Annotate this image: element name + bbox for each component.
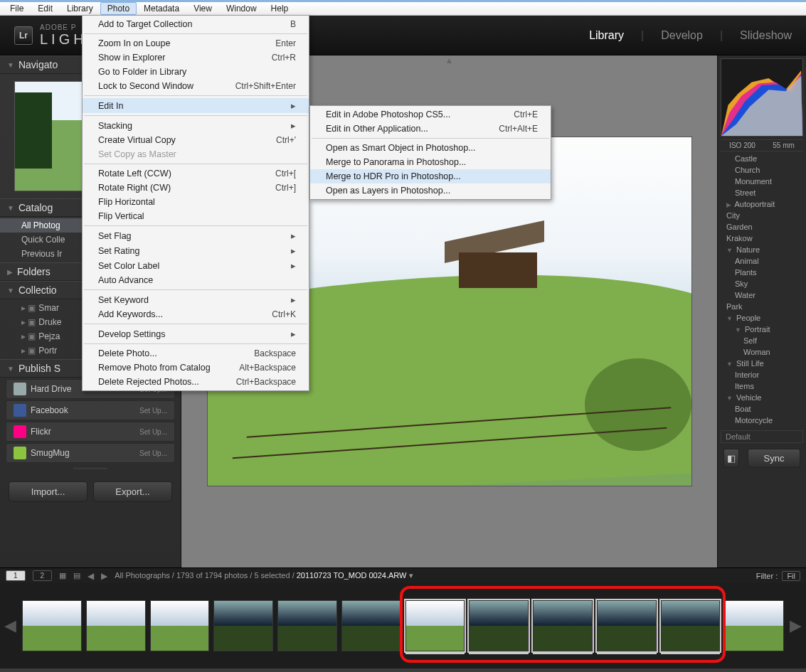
keyword-sky[interactable]: Sky (719, 278, 805, 289)
sync-toggle[interactable]: ◧ (723, 449, 739, 468)
view-segment-1[interactable]: 1 (6, 570, 26, 581)
thumbnail[interactable] (22, 600, 82, 651)
menu-item[interactable]: Add Keywords...Ctrl+K (83, 307, 309, 321)
keyword-monument[interactable]: Monument (719, 176, 805, 187)
keyword-still life[interactable]: ▼ Still Life (719, 358, 805, 369)
menu-item[interactable]: Set Flag▸ (83, 228, 309, 243)
thumbnail[interactable] (724, 600, 784, 651)
menu-item[interactable]: Develop Settings▸ (83, 326, 309, 341)
keyword-autoportrait[interactable]: ▶ Autoportrait (719, 198, 805, 210)
photo-menu[interactable]: Add to Target CollectionBZoom In on Loup… (82, 15, 309, 391)
thumbnail[interactable] (341, 600, 401, 651)
menu-library[interactable]: Library (60, 2, 100, 15)
menu-item[interactable]: Zoom In on LoupeEnter (83, 36, 309, 50)
thumbnail[interactable] (469, 600, 529, 651)
menu-window[interactable]: Window (219, 2, 264, 15)
filmstrip-left[interactable]: ◀ (3, 617, 18, 635)
exif-row: ISO 20055 mm (721, 139, 803, 151)
publish-flickr[interactable]: FlickrSet Up... (6, 422, 175, 442)
menu-item[interactable]: Auto Advance (83, 273, 309, 287)
menu-photo[interactable]: Photo (100, 2, 137, 15)
menu-item[interactable]: Flip Horizontal (83, 195, 309, 209)
menu-item: Set Copy as Master (83, 147, 309, 161)
menu-metadata[interactable]: Metadata (137, 2, 186, 15)
menu-item[interactable]: Edit in Other Application...Ctrl+Alt+E (310, 122, 551, 136)
keyword-boat[interactable]: Boat (719, 403, 805, 415)
import-button[interactable]: Import... (9, 481, 88, 502)
menu-item[interactable]: Merge to Panorama in Photoshop... (310, 155, 551, 169)
export-button[interactable]: Export... (93, 481, 172, 502)
filmstrip[interactable]: ◀ ▶ (0, 583, 806, 668)
publish-smugmug[interactable]: SmugMugSet Up... (6, 443, 175, 463)
menu-view[interactable]: View (186, 2, 219, 15)
keyword-portrait[interactable]: ▼ Portrait (719, 324, 805, 335)
menu-edit[interactable]: Edit (31, 2, 60, 15)
menu-item[interactable]: Stacking▸ (83, 118, 309, 133)
module-develop[interactable]: Develop (661, 29, 703, 42)
menu-item[interactable]: Open as Layers in Photoshop... (310, 183, 551, 198)
menu-item[interactable]: Rotate Left (CCW)Ctrl+[ (83, 166, 309, 181)
menu-item[interactable]: Show in ExplorerCtrl+R (83, 50, 309, 65)
nav-back[interactable]: ◀ (88, 571, 94, 581)
keyword-nature[interactable]: ▼ Nature (719, 244, 805, 255)
nav-fwd[interactable]: ▶ (101, 571, 107, 581)
grid2-icon[interactable]: ▤ (73, 571, 80, 580)
sync-button[interactable]: Sync (748, 449, 800, 468)
menu-item[interactable]: Go to Folder in Library (83, 65, 309, 79)
keyword-animal[interactable]: Animal (719, 255, 805, 267)
grid-icon[interactable]: ▦ (59, 571, 66, 580)
menu-item[interactable]: Lock to Second WindowCtrl+Shift+Enter (83, 79, 309, 93)
keyword-plants[interactable]: Plants (719, 267, 805, 278)
thumbnail[interactable] (277, 600, 337, 651)
filmstrip-right[interactable]: ▶ (788, 617, 803, 635)
thumbnail[interactable] (661, 600, 721, 651)
thumbnail[interactable] (405, 600, 465, 651)
module-slideshow[interactable]: Slideshow (740, 29, 792, 42)
filter-label[interactable]: Filter : Fil (756, 572, 800, 580)
keyword-city[interactable]: City (719, 210, 805, 221)
breadcrumb[interactable]: All Photographs / 1793 of 1794 photos / … (115, 571, 413, 580)
menu-item[interactable]: Add to Target CollectionB (83, 17, 309, 31)
right-panel: ISO 20055 mm CastleChurchMonumentStreet▶… (717, 55, 806, 567)
thumbnail[interactable] (86, 600, 146, 651)
keyword-woman[interactable]: Woman (719, 346, 805, 358)
menu-item[interactable]: Set Keyword▸ (83, 292, 309, 307)
thumbnail[interactable] (533, 600, 593, 651)
menu-item[interactable]: Open as Smart Object in Photoshop... (310, 141, 551, 155)
menu-item[interactable]: Create Virtual CopyCtrl+' (83, 133, 309, 147)
menu-item[interactable]: Set Color Label▸ (83, 258, 309, 273)
menu-help[interactable]: Help (264, 2, 296, 15)
keyword-vehicle[interactable]: ▼ Vehicle (719, 392, 805, 403)
menu-item[interactable]: Flip Vertical (83, 209, 309, 223)
keyword-krakow[interactable]: Krakow (719, 233, 805, 244)
menu-item[interactable]: Rotate Right (CW)Ctrl+] (83, 181, 309, 195)
keyword-church[interactable]: Church (719, 164, 805, 176)
keyword-garden[interactable]: Garden (719, 221, 805, 233)
keyword-interior[interactable]: Interior (719, 369, 805, 380)
keyword-people[interactable]: ▼ People (719, 312, 805, 324)
thumbnail[interactable] (213, 600, 273, 651)
view-segment-2[interactable]: 2 (33, 570, 53, 581)
keyword-items[interactable]: Items (719, 380, 805, 392)
histogram (721, 58, 803, 137)
menu-item[interactable]: Set Rating▸ (83, 243, 309, 258)
keyword-motorcycle[interactable]: Motorcycle (719, 415, 805, 426)
thumbnail[interactable] (150, 600, 210, 651)
editin-submenu[interactable]: Edit in Adobe Photoshop CS5...Ctrl+EEdit… (309, 105, 551, 200)
menu-item[interactable]: Delete Rejected Photos...Ctrl+Backspace (83, 375, 309, 389)
menu-item[interactable]: Remove Photo from CatalogAlt+Backspace (83, 361, 309, 375)
keyword-park[interactable]: Park (719, 301, 805, 312)
metadata-preset[interactable]: Default (721, 430, 803, 443)
menu-item[interactable]: Merge to HDR Pro in Photoshop... (310, 169, 551, 183)
publish-facebook[interactable]: FacebookSet Up... (6, 400, 175, 420)
keyword-street[interactable]: Street (719, 187, 805, 198)
keyword-self[interactable]: Self (719, 335, 805, 346)
menu-item[interactable]: Edit In▸ (83, 98, 309, 113)
keyword-castle[interactable]: Castle (719, 153, 805, 164)
menu-item[interactable]: Delete Photo...Backspace (83, 346, 309, 361)
menu-file[interactable]: File (3, 2, 31, 15)
module-library[interactable]: Library (589, 29, 624, 42)
thumbnail[interactable] (597, 600, 657, 651)
menu-item[interactable]: Edit in Adobe Photoshop CS5...Ctrl+E (310, 107, 551, 122)
keyword-water[interactable]: Water (719, 289, 805, 301)
